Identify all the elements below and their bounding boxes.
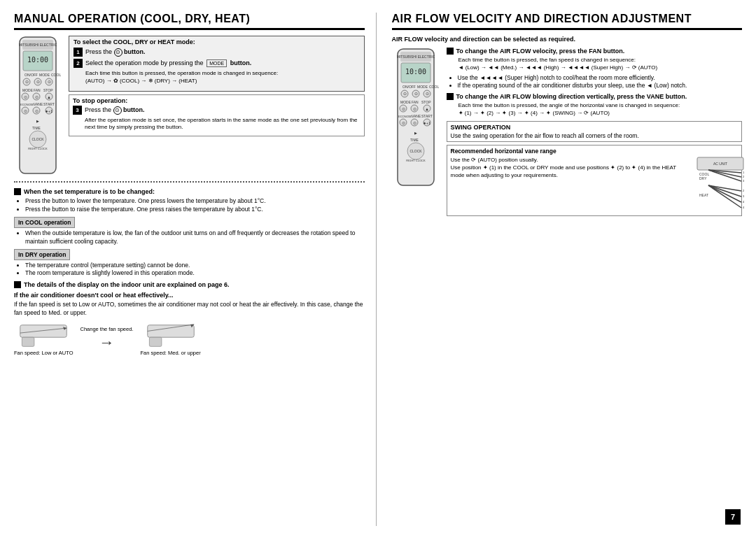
svg-text:3: 3 bbox=[743, 179, 745, 183]
svg-text:▶: ▶ bbox=[36, 119, 39, 123]
step-1: 1 Press the ⊙ button. bbox=[74, 48, 360, 57]
stop-operation-box: To stop operation: 3 Press the ⊙ button.… bbox=[69, 94, 365, 137]
velocity-square-icon bbox=[447, 48, 454, 55]
step-num-3: 3 bbox=[73, 106, 82, 115]
select-mode-box: To select the COOL, DRY or HEAT mode: 1 … bbox=[69, 36, 365, 92]
step-3-detail: After the operation mode is set once, th… bbox=[85, 117, 360, 132]
details-square-icon bbox=[14, 281, 21, 288]
svg-text:CLOCK: CLOCK bbox=[31, 137, 44, 141]
fan-label-low: Fan speed: Low or AUTO bbox=[14, 350, 74, 356]
airflow-content: MITSUBISHI ELECTRIC 10:00 ON/OFF MODE CO… bbox=[392, 48, 743, 216]
svg-text:MITSUBISHI ELECTRIC: MITSUBISHI ELECTRIC bbox=[19, 43, 57, 47]
fan-speed-low: Fan speed: Low or AUTO bbox=[14, 322, 74, 356]
svg-text:⊙: ⊙ bbox=[35, 95, 38, 99]
svg-text:MITSUBISHI ELECTRIC: MITSUBISHI ELECTRIC bbox=[396, 55, 435, 59]
fan-speed-high: Fan speed: Med. or upper bbox=[140, 322, 200, 356]
svg-text:⊙: ⊙ bbox=[401, 107, 405, 111]
svg-text:MODE: MODE bbox=[39, 73, 50, 77]
left-title: MANUAL OPERATION (COOL, DRY, HEAT) bbox=[14, 13, 365, 30]
svg-text:⊙: ⊙ bbox=[401, 121, 405, 125]
direction-square-icon bbox=[447, 93, 454, 100]
svg-text:10:00: 10:00 bbox=[27, 56, 48, 64]
two-column-layout: MANUAL OPERATION (COOL, DRY, HEAT) MITSU… bbox=[14, 13, 742, 526]
svg-text:DRY: DRY bbox=[699, 176, 707, 180]
svg-text:⊙: ⊙ bbox=[24, 95, 27, 99]
svg-text:ON/OFF: ON/OFF bbox=[24, 73, 38, 77]
recommended-title: Recommended horizontal vane range bbox=[451, 148, 738, 155]
svg-rect-41 bbox=[147, 325, 194, 338]
svg-text:RIGHT CLOCK: RIGHT CLOCK bbox=[406, 159, 426, 162]
direction-section-title: To change the AIR FLOW blowing direction… bbox=[447, 93, 743, 100]
step-3-text: Press the ⊙ button. bbox=[85, 106, 145, 115]
fan-high-svg bbox=[146, 322, 195, 350]
svg-text:⊙: ⊙ bbox=[48, 80, 51, 84]
svg-text:STOP: STOP bbox=[43, 88, 53, 92]
svg-text:⊙: ⊙ bbox=[412, 107, 416, 111]
if-ac-title: If the air conditioner doesn't cool or h… bbox=[14, 292, 365, 299]
fan-low-svg bbox=[19, 322, 68, 350]
select-box-title: To select the COOL, DRY or HEAT mode: bbox=[74, 38, 360, 45]
svg-text:1: 1 bbox=[743, 171, 745, 174]
instructions: To select the COOL, DRY or HEAT mode: 1 … bbox=[69, 36, 365, 176]
fan-change-block: Change the fan speed. → bbox=[80, 326, 134, 352]
svg-line-93 bbox=[708, 185, 741, 208]
svg-text:TIME: TIME bbox=[410, 138, 419, 142]
in-dry-label: In DRY operation bbox=[14, 249, 70, 260]
remote-illustration: MITSUBISHI ELECTRIC 10:00 ON/OFF MODE CO… bbox=[14, 36, 62, 176]
svg-text:AC UNIT: AC UNIT bbox=[713, 162, 727, 166]
svg-text:CLOCK: CLOCK bbox=[410, 149, 422, 153]
in-cool-label: In COOL operation bbox=[14, 217, 75, 228]
right-column: AIR FLOW VELOCITY AND DIRECTION ADJUSTME… bbox=[389, 13, 743, 526]
in-dry-bullet-2: The room temperature is slightly lowered… bbox=[25, 269, 365, 278]
step-2-detail: Each time this button is pressed, the op… bbox=[85, 70, 360, 85]
svg-text:2: 2 bbox=[743, 175, 745, 178]
svg-text:MODE: MODE bbox=[22, 88, 34, 92]
vane-diagram-svg: AC UNIT COOL DRY HEAT bbox=[696, 156, 745, 212]
svg-rect-38 bbox=[22, 337, 35, 346]
svg-text:ECON/200: ECON/200 bbox=[398, 115, 412, 118]
svg-text:3: 3 bbox=[743, 194, 745, 198]
svg-text:FAN: FAN bbox=[412, 100, 419, 104]
swing-box-title: SWING OPERATION bbox=[451, 124, 738, 131]
svg-text:RIGHT CLOCK: RIGHT CLOCK bbox=[28, 147, 48, 150]
right-remote-svg: MITSUBISHI ELECTRIC 10:00 ON/OFF MODE CO… bbox=[392, 48, 440, 187]
svg-text:VANE: VANE bbox=[34, 102, 43, 106]
step-2-text: Select the operation mode by pressing th… bbox=[85, 59, 251, 67]
in-cool-bullets: When the outside temperature is low, the… bbox=[25, 229, 365, 246]
airflow-instructions: To change the AIR FLOW velocity, press t… bbox=[447, 48, 743, 216]
svg-text:TIME: TIME bbox=[32, 126, 41, 130]
arrow-right-icon: → bbox=[99, 334, 114, 352]
svg-text:ECON/200: ECON/200 bbox=[20, 103, 34, 106]
fan-label-high: Fan speed: Med. or upper bbox=[140, 350, 200, 356]
svg-text:⊙: ⊙ bbox=[414, 92, 417, 96]
when-set-bullet-1: Press the button to lower the temperatur… bbox=[25, 197, 365, 206]
step-3: 3 Press the ⊙ button. bbox=[73, 106, 360, 115]
svg-text:10:00: 10:00 bbox=[405, 68, 426, 76]
in-dry-bullets: The temperature control (temperature set… bbox=[25, 262, 365, 278]
svg-text:▲: ▲ bbox=[425, 107, 429, 111]
svg-text:HEAT: HEAT bbox=[699, 193, 708, 197]
svg-text:MODE: MODE bbox=[417, 85, 428, 89]
recommended-texts: Use the ⟳ (AUTO) position usually. Use p… bbox=[451, 156, 692, 213]
step-1-text: Press the ⊙ button. bbox=[85, 48, 146, 57]
recommended-content: Use the ⟳ (AUTO) position usually. Use p… bbox=[451, 156, 738, 213]
in-dry-bullet-1: The temperature control (temperature set… bbox=[25, 262, 365, 270]
left-content: MITSUBISHI ELECTRIC 10:00 ON/OFF MODE CO… bbox=[14, 36, 365, 176]
velocity-bullet-2: If the operating sound of the air condit… bbox=[458, 82, 743, 90]
svg-text:STOP: STOP bbox=[421, 100, 431, 104]
svg-text:COOL: COOL bbox=[429, 85, 439, 89]
swing-text: Use the swing operation for the air flow… bbox=[451, 132, 738, 139]
recommended-box: Recommended horizontal vane range Use th… bbox=[447, 145, 743, 216]
svg-text:2: 2 bbox=[743, 189, 745, 192]
svg-text:⊙: ⊙ bbox=[402, 92, 406, 96]
step-2: 2 Select the operation mode by pressing … bbox=[74, 59, 360, 68]
svg-text:⊙: ⊙ bbox=[35, 109, 38, 113]
velocity-bullets: Use the ◄◄◄◄ (Super High) notch to cool/… bbox=[458, 74, 743, 91]
direction-detail: Each time the button is pressed, the ang… bbox=[458, 102, 743, 118]
when-set-bullets: Press the button to lower the temperatur… bbox=[25, 197, 365, 214]
vane-diagram: AC UNIT COOL DRY HEAT bbox=[696, 156, 738, 213]
velocity-bullet-1: Use the ◄◄◄◄ (Super High) notch to cool/… bbox=[458, 74, 743, 83]
fan-speed-area: Fan speed: Low or AUTO Change the fan sp… bbox=[14, 322, 365, 356]
svg-text:⊙: ⊙ bbox=[36, 80, 40, 84]
svg-text:⊙: ⊙ bbox=[25, 80, 29, 84]
